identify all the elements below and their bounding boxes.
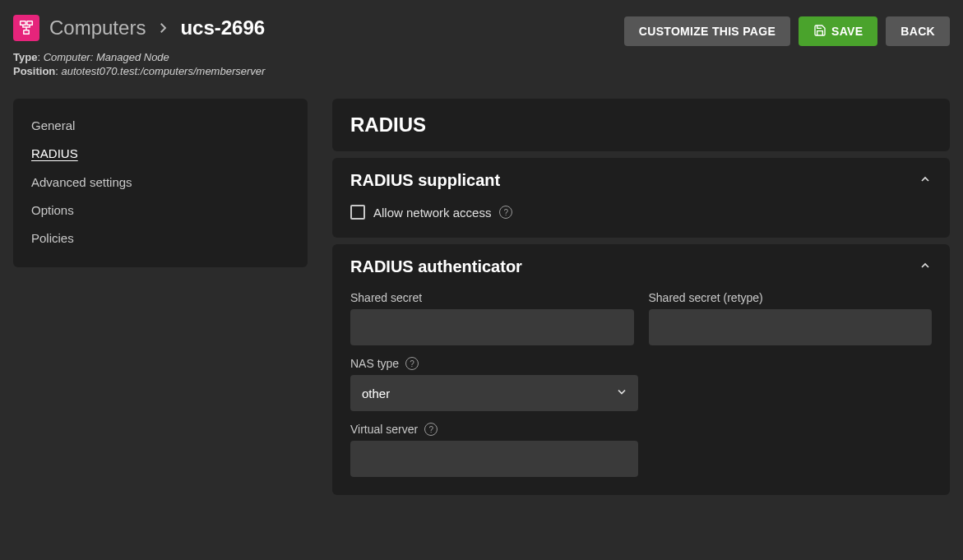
section-authenticator: RADIUS authenticator Shared secret Share… [332,244,950,495]
allow-network-access-row: Allow network access ? [350,205,932,220]
allow-network-access-label: Allow network access [373,206,491,220]
section-authenticator-title: RADIUS authenticator [350,257,522,276]
section-supplicant-title: RADIUS supplicant [350,171,500,190]
help-icon[interactable]: ? [424,423,438,436]
nas-type-label: NAS type ? [350,357,638,370]
chevron-right-icon [155,21,170,35]
sidebar-item-options[interactable]: Options [31,197,289,224]
section-authenticator-header[interactable]: RADIUS authenticator [350,257,932,276]
nas-type-select[interactable] [350,375,638,411]
shared-secret-retype-input[interactable] [649,309,933,345]
virtual-server-field: Virtual server ? [350,423,638,477]
meta-position: Position: autotest070.test:/computers/me… [13,65,265,77]
customize-page-label: CUSTOMIZE THIS PAGE [639,25,775,38]
page-title-panel: RADIUS [332,99,950,151]
sidebar-item-general[interactable]: General [31,112,289,140]
page-header: Computers ucs-2696 Type: Computer: Manag… [0,0,963,79]
breadcrumb: Computers ucs-2696 [13,15,265,41]
object-meta: Type: Computer: Managed Node Position: a… [13,51,265,79]
help-icon[interactable]: ? [405,357,419,370]
nas-type-field: NAS type ? [350,357,638,411]
meta-position-value: autotest070.test:/computers/memberserver [62,65,266,77]
shared-secret-label: Shared secret [350,291,634,304]
virtual-server-label-text: Virtual server [350,423,418,436]
virtual-server-input[interactable] [350,441,638,477]
chevron-up-icon [919,259,932,275]
main-layout: General RADIUS Advanced settings Options… [0,79,963,511]
sidebar-item-radius[interactable]: RADIUS [31,140,289,168]
save-icon [813,24,826,39]
section-supplicant: RADIUS supplicant Allow network access ? [332,158,950,238]
nas-type-label-text: NAS type [350,357,399,370]
meta-type: Type: Computer: Managed Node [13,51,265,63]
virtual-server-label: Virtual server ? [350,423,638,436]
svg-rect-2 [24,30,29,35]
meta-position-label: Position [13,65,55,77]
back-button[interactable]: BACK [886,16,950,46]
page-title: RADIUS [350,113,932,137]
section-supplicant-header[interactable]: RADIUS supplicant [350,171,932,190]
nas-type-select-wrap [350,375,638,411]
shared-secret-input[interactable] [350,309,634,345]
chevron-up-icon [919,173,932,188]
main-content: RADIUS RADIUS supplicant Allow network a… [332,99,950,498]
breadcrumb-root[interactable]: Computers [49,16,146,39]
sidebar-nav: General RADIUS Advanced settings Options… [13,99,308,267]
meta-type-value: Computer: Managed Node [44,51,169,63]
computers-icon [13,15,39,41]
save-label: SAVE [831,25,863,38]
help-icon[interactable]: ? [499,206,512,219]
svg-rect-1 [27,21,32,25]
sidebar-item-advanced-settings[interactable]: Advanced settings [31,169,289,197]
sidebar-item-policies[interactable]: Policies [31,224,289,252]
back-label: BACK [900,25,935,38]
header-left: Computers ucs-2696 Type: Computer: Manag… [13,15,265,79]
svg-rect-0 [21,21,25,25]
customize-page-button[interactable]: CUSTOMIZE THIS PAGE [624,16,790,46]
meta-type-label: Type [13,51,37,63]
section-authenticator-body: Shared secret Shared secret (retype) NAS… [350,291,932,477]
save-button[interactable]: SAVE [799,16,877,46]
header-actions: CUSTOMIZE THIS PAGE SAVE BACK [624,15,950,46]
shared-secret-retype-label: Shared secret (retype) [649,291,933,304]
shared-secret-retype-field: Shared secret (retype) [649,291,933,345]
shared-secret-field: Shared secret [350,291,634,345]
shared-secret-grid: Shared secret Shared secret (retype) [350,291,932,345]
allow-network-access-checkbox[interactable] [350,205,365,220]
breadcrumb-current: ucs-2696 [180,16,265,39]
section-supplicant-body: Allow network access ? [350,205,932,220]
